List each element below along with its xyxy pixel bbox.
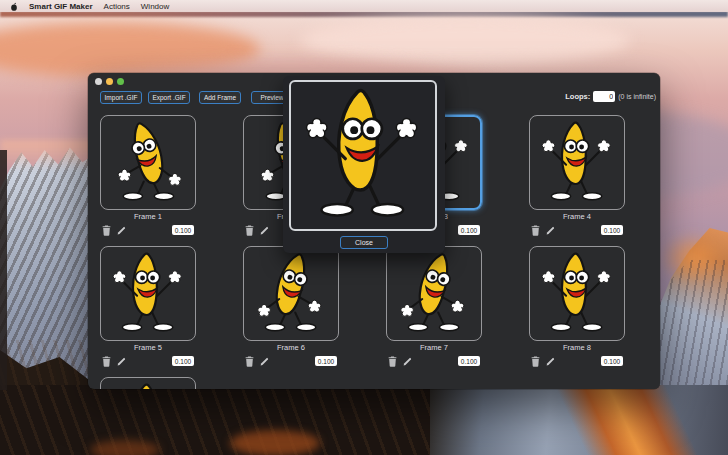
frame-thumbnail[interactable] (100, 377, 196, 389)
frame-controls (529, 355, 625, 367)
edit-frame-icon[interactable] (260, 356, 269, 367)
frame-delay-input[interactable] (458, 225, 480, 235)
frame-label: Frame 8 (529, 343, 625, 354)
frame-delay-input[interactable] (601, 356, 623, 366)
menu-app-name[interactable]: Smart GIF Maker (29, 2, 93, 11)
frame-cell: Frame 4 (529, 115, 625, 236)
edit-frame-icon[interactable] (546, 225, 555, 236)
edit-frame-icon[interactable] (546, 356, 555, 367)
delete-frame-icon[interactable] (245, 356, 254, 367)
delete-frame-icon[interactable] (531, 356, 540, 367)
loops-input[interactable] (593, 91, 615, 102)
wallpaper-left-edge-shadow (0, 150, 7, 390)
loops-setting: Loops: (0 is infinite) (565, 90, 656, 103)
frame-controls (243, 355, 339, 367)
delete-frame-icon[interactable] (531, 225, 540, 236)
frame-label: Frame 6 (243, 343, 339, 354)
banana-illustration (106, 383, 190, 390)
banana-illustration (535, 121, 619, 205)
edit-frame-icon[interactable] (117, 356, 126, 367)
frame-thumbnail[interactable] (529, 115, 625, 210)
popup-preview-image (289, 80, 437, 231)
loops-label: Loops: (565, 92, 590, 101)
frame-cell: Frame 5 (100, 246, 196, 367)
frame-delay-input[interactable] (172, 225, 194, 235)
banana-illustration (392, 252, 476, 336)
export-gif-button[interactable]: Export .GIF (148, 91, 190, 104)
edit-frame-icon[interactable] (403, 356, 412, 367)
frame-controls (100, 224, 196, 236)
frame-thumbnail[interactable] (243, 246, 339, 341)
wallpaper-autumn-patch (90, 440, 160, 455)
frame-cell: Frame 8 (529, 246, 625, 367)
edit-frame-icon[interactable] (117, 225, 126, 236)
wallpaper-sunlit-streak (520, 385, 728, 455)
banana-illustration (106, 252, 190, 336)
frame-controls (100, 355, 196, 367)
banana-illustration (249, 252, 333, 336)
menu-item-window[interactable]: Window (141, 2, 169, 11)
frame-cell (100, 377, 196, 389)
loops-hint: (0 is infinite) (618, 93, 656, 100)
frame-delay-input[interactable] (315, 356, 337, 366)
delete-frame-icon[interactable] (388, 356, 397, 367)
window-zoom-button[interactable] (117, 78, 124, 85)
delete-frame-icon[interactable] (245, 225, 254, 236)
banana-illustration (295, 88, 431, 224)
add-frame-button[interactable]: Add Frame (199, 91, 241, 104)
frame-thumbnail[interactable] (100, 246, 196, 341)
frame-thumbnail[interactable] (386, 246, 482, 341)
menu-item-actions[interactable]: Actions (104, 2, 130, 11)
wallpaper-autumn-patch (230, 430, 320, 455)
apple-logo-icon[interactable] (10, 2, 18, 11)
wallpaper-left-mountain-alpenglow (0, 140, 97, 170)
frame-delay-input[interactable] (172, 356, 194, 366)
delete-frame-icon[interactable] (102, 356, 111, 367)
frame-cell: Frame 1 (100, 115, 196, 236)
frame-thumbnail[interactable] (100, 115, 196, 210)
edit-frame-icon[interactable] (260, 225, 269, 236)
wallpaper-cloud (300, 16, 630, 64)
frame-label: Frame 1 (100, 212, 196, 223)
frame-thumbnail[interactable] (529, 246, 625, 341)
close-button[interactable]: Close (340, 236, 388, 249)
frame-label: Frame 7 (386, 343, 482, 354)
banana-illustration (535, 252, 619, 336)
frame-label: Frame 4 (529, 212, 625, 223)
frame-delay-input[interactable] (458, 356, 480, 366)
window-close-button[interactable] (95, 78, 102, 85)
delete-frame-icon[interactable] (102, 225, 111, 236)
preview-popup: Close (283, 76, 445, 253)
frame-delay-input[interactable] (601, 225, 623, 235)
import-gif-button[interactable]: Import .GIF (100, 91, 142, 104)
banana-illustration (106, 121, 190, 205)
app-window: Import .GIF Export .GIF Add Frame Previe… (88, 73, 660, 389)
frame-cell: Frame 7 (386, 246, 482, 367)
frame-label: Frame 5 (100, 343, 196, 354)
frame-controls (529, 224, 625, 236)
frame-controls (386, 355, 482, 367)
window-minimize-button[interactable] (106, 78, 113, 85)
frame-cell: Frame 6 (243, 246, 339, 367)
menu-bar: Smart GIF Maker Actions Window (0, 0, 728, 12)
